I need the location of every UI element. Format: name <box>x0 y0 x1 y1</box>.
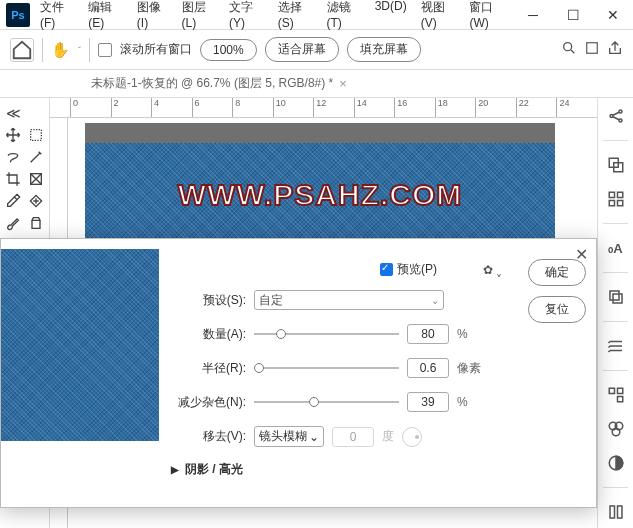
ruler-tick: 0 <box>70 98 111 117</box>
noise-unit: % <box>457 395 468 409</box>
ruler-tick: 12 <box>313 98 354 117</box>
ruler-tick: 16 <box>394 98 435 117</box>
marquee-tool[interactable] <box>25 124 48 146</box>
adjustments-panel-icon[interactable] <box>606 453 626 473</box>
svg-point-6 <box>619 110 622 113</box>
preview-checkbox[interactable] <box>380 263 393 276</box>
library-panel-icon[interactable] <box>606 502 626 522</box>
gear-icon[interactable]: ✿ ˬ <box>483 263 502 277</box>
separator <box>89 38 90 62</box>
preview-thumbnail[interactable] <box>1 249 159 441</box>
svg-rect-15 <box>613 294 622 303</box>
fit-screen-button[interactable]: 适合屏幕 <box>265 37 339 62</box>
ruler-tick: 24 <box>556 98 597 117</box>
menu-layer[interactable]: 图层(L) <box>176 0 222 34</box>
radius-label: 半径(R): <box>171 360 246 377</box>
share-icon[interactable] <box>607 40 623 59</box>
home-icon[interactable] <box>10 38 34 62</box>
ruler-tick: 6 <box>192 98 233 117</box>
smart-sharpen-dialog: ✕ 确定 复位 预览(P) ✿ ˬ 预设(S): 自定 ⌄ 数量(A): 80 … <box>0 238 597 508</box>
preset-value: 自定 <box>259 292 283 309</box>
menu-image[interactable]: 图像(I) <box>131 0 174 34</box>
amount-input[interactable]: 80 <box>407 324 449 344</box>
section-label: 阴影 / 高光 <box>185 461 243 478</box>
share-panel-icon[interactable] <box>606 106 626 126</box>
preview-label: 预览(P) <box>397 261 437 278</box>
menu-select[interactable]: 选择(S) <box>272 0 319 34</box>
menu-3d[interactable]: 3D(D) <box>369 0 413 34</box>
svg-rect-24 <box>617 506 622 518</box>
shadow-highlight-section[interactable]: ▶ 阴影 / 高光 <box>171 461 586 478</box>
noise-slider[interactable] <box>254 395 399 409</box>
chevron-down-icon: ⌄ <box>431 295 439 306</box>
chevron-down-icon[interactable]: ˇ <box>78 45 81 55</box>
brush-tool[interactable] <box>2 212 25 234</box>
angle-dial <box>402 427 422 447</box>
collapse-icon[interactable]: ≪ <box>2 102 25 124</box>
remove-unit: 度 <box>382 428 394 445</box>
lasso-tool[interactable] <box>2 146 25 168</box>
svg-rect-17 <box>617 388 622 393</box>
paths-panel-icon[interactable] <box>606 385 626 405</box>
svg-rect-2 <box>30 130 41 141</box>
clone-tool[interactable] <box>25 212 48 234</box>
menu-edit[interactable]: 编辑(E) <box>82 0 129 34</box>
move-tool[interactable] <box>2 124 25 146</box>
color-panel-icon[interactable] <box>606 155 626 175</box>
crop-tool[interactable] <box>2 168 25 190</box>
radius-unit: 像素 <box>457 360 481 377</box>
right-panel-bar: ₀A <box>597 98 633 528</box>
svg-rect-1 <box>587 43 598 54</box>
ruler-tick: 10 <box>273 98 314 117</box>
search-icon[interactable] <box>561 40 577 59</box>
tab-close-icon[interactable]: × <box>339 76 347 91</box>
svg-rect-23 <box>610 506 615 518</box>
magic-wand-tool[interactable] <box>25 146 48 168</box>
menu-window[interactable]: 窗口(W) <box>463 0 513 34</box>
history-panel-icon[interactable] <box>606 336 626 356</box>
window-close-button[interactable]: ✕ <box>593 0 633 30</box>
zoom-button[interactable]: 100% <box>200 39 257 61</box>
preset-label: 预设(S): <box>171 292 246 309</box>
hand-tool-icon[interactable]: ✋ <box>51 41 70 59</box>
channels-panel-icon[interactable] <box>606 419 626 439</box>
app-logo: Ps <box>6 3 30 27</box>
scroll-all-checkbox[interactable] <box>98 43 112 57</box>
eyedropper-tool[interactable] <box>2 190 25 212</box>
menu-bar: 文件(F) 编辑(E) 图像(I) 图层(L) 文字(Y) 选择(S) 滤镜(T… <box>34 0 513 34</box>
ruler-tick: 8 <box>232 98 273 117</box>
document-tab[interactable]: 未标题-1-恢复的 @ 66.7% (图层 5, RGB/8#) * × <box>85 71 353 96</box>
window-minimize-button[interactable]: ─ <box>513 0 553 30</box>
watermark-text: WWW.PSAHZ.COM <box>85 178 555 212</box>
healing-tool[interactable] <box>25 190 48 212</box>
svg-rect-10 <box>609 192 614 197</box>
svg-rect-18 <box>617 397 622 402</box>
layers-panel-icon[interactable] <box>606 287 626 307</box>
menu-type[interactable]: 文字(Y) <box>223 0 270 34</box>
svg-point-21 <box>612 428 620 436</box>
ruler-tick: 4 <box>151 98 192 117</box>
preset-select[interactable]: 自定 ⌄ <box>254 290 444 310</box>
remove-value: 镜头模糊 <box>259 428 307 445</box>
frame-tool[interactable] <box>25 168 48 190</box>
expand-icon: ▶ <box>171 464 179 475</box>
swatches-panel-icon[interactable] <box>606 189 626 209</box>
radius-slider[interactable] <box>254 361 399 375</box>
amount-unit: % <box>457 327 468 341</box>
window-maximize-button[interactable]: ☐ <box>553 0 593 30</box>
fill-screen-button[interactable]: 填充屏幕 <box>347 37 421 62</box>
menu-view[interactable]: 视图(V) <box>415 0 462 34</box>
svg-point-7 <box>619 119 622 122</box>
ruler-tick: 14 <box>354 98 395 117</box>
grid-icon[interactable] <box>585 41 599 58</box>
menu-file[interactable]: 文件(F) <box>34 0 80 34</box>
character-panel-icon[interactable]: ₀A <box>606 238 626 258</box>
amount-slider[interactable] <box>254 327 399 341</box>
noise-label: 减少杂色(N): <box>171 394 246 411</box>
svg-rect-12 <box>609 201 614 206</box>
noise-input[interactable]: 39 <box>407 392 449 412</box>
amount-label: 数量(A): <box>171 326 246 343</box>
radius-input[interactable]: 0.6 <box>407 358 449 378</box>
menu-filter[interactable]: 滤镜(T) <box>321 0 367 34</box>
remove-select[interactable]: 镜头模糊 ⌄ <box>254 426 324 447</box>
